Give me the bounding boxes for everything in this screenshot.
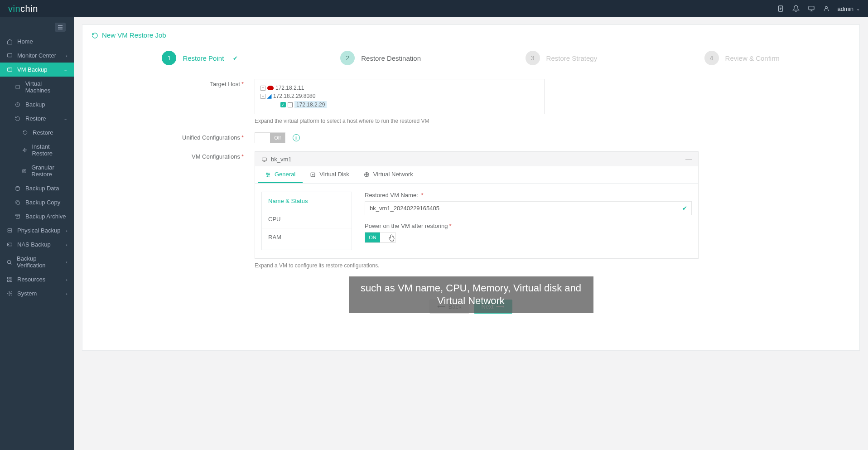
unified-config-toggle[interactable]: Off [255,132,285,143]
svg-rect-11 [8,229,12,230]
svg-point-26 [313,174,313,175]
host-tree[interactable]: + 172.18.2.11 − ◢ 172.18.2.29:8080 ✓ [255,79,545,114]
required-asterisk: * [241,153,244,160]
svg-rect-3 [7,53,12,57]
instant-restore-icon [22,148,27,153]
step-1-number: 1 [162,51,176,65]
svg-point-22 [266,173,267,174]
vm-config-hint: Expand a VM to configure its restore con… [255,262,699,269]
form-row-target-host: Target Host* + 172.18.2.11 − ◢ 172.18.2.… [110,79,832,124]
bell-icon[interactable] [792,5,800,12]
chevron-left-icon: ‹ [66,277,68,282]
sidebar-item-vmbackup[interactable]: VM Backup ⌄ [0,63,74,77]
sidebar-item-nas-backup[interactable]: NAS Backup ‹ [0,237,74,252]
form-row-vm-config: VM Configurations* bk_vm1 — [110,151,832,269]
svg-point-14 [8,244,9,245]
tree-node-1[interactable]: + 172.18.2.11 [260,84,539,92]
sidebar-subitem-virtual-machines[interactable]: Virtual Machines [0,77,74,97]
sidebar-item-backup-verification[interactable]: Backup Verification ‹ [0,252,74,272]
restored-vm-name-input[interactable] [365,201,692,215]
sidebar: Home Monitor Center ‹ VM Backup ⌄ Virtua… [0,17,74,450]
unified-config-control: Off i [255,132,699,143]
tree-node-3[interactable]: ✓ 172.18.2.29 [260,100,539,109]
sidebar-label-nas: NAS Backup [17,241,51,248]
vm-side-cpu[interactable]: CPU [262,210,352,228]
required-asterisk: * [241,81,244,87]
hamburger-icon[interactable] [55,23,66,32]
sidebar-label-system: System [17,290,37,297]
tree-node-2[interactable]: − ◢ 172.18.2.29:8080 [260,92,539,100]
home-icon [6,39,13,44]
sidebar-item-physical-backup[interactable]: Physical Backup ‹ [0,223,74,237]
top-header: vinchin admin ⌄ [0,0,868,17]
sidebar-item-resources[interactable]: Resources ‹ [0,272,74,286]
granular-restore-icon [22,169,27,174]
vm-tab-disk-label: Virtual Disk [319,171,349,178]
chevron-left-icon: ‹ [66,53,68,58]
vm-config-header[interactable]: bk_vm1 — [255,152,698,166]
sidebar-item-home[interactable]: Home [0,34,74,48]
sidebar-sublabel-backup-copy: Backup Copy [25,199,60,206]
admin-username: admin [838,5,854,12]
sidebar-subitem-backup[interactable]: Backup [0,97,74,111]
svg-rect-12 [8,231,12,232]
vm-tab-general[interactable]: General [258,166,303,183]
chevron-left-icon: ‹ [66,228,68,233]
host-icon [288,102,293,107]
svg-point-23 [269,174,270,175]
vm-tab-virtual-network[interactable]: Virtual Network [357,166,420,183]
sidebar-subitem-backup-archive[interactable]: Backup Archive [0,209,74,223]
backup-data-icon [14,186,21,191]
sidebar-item-monitor[interactable]: Monitor Center ‹ [0,48,74,63]
info-icon[interactable]: i [293,134,300,141]
chevron-down-icon: ⌄ [856,6,860,11]
vm-monitor-icon [261,155,267,162]
restored-vm-name-label-text: Restored VM Name: [365,192,418,198]
sidebar-subsubitem-granular-restore[interactable]: Granular Restore [0,160,74,181]
panel: New VM Restore Job 1 Restore Point ✔ 2 R… [82,24,860,351]
vm-side-name-status[interactable]: Name & Status [262,192,352,210]
monitor-center-icon [6,53,13,58]
chevron-left-icon: ‹ [66,291,68,296]
svg-point-15 [7,260,11,264]
vm-form: Restored VM Name: * ✔ [365,192,692,250]
monitor-icon[interactable] [808,5,815,12]
sidebar-subitem-backup-copy[interactable]: Backup Copy [0,195,74,209]
sidebar-subsubitem-restore[interactable]: Restore [0,126,74,140]
azure-icon: ◢ [267,93,271,99]
sidebar-subsublabel-instant: Instant Restore [32,143,68,157]
network-icon [364,171,370,178]
tree-expand-icon[interactable]: + [260,86,265,91]
unified-config-label: Unified Configurations* [110,132,255,143]
wizard-step-2[interactable]: 2 Restore Destination [290,51,471,65]
power-on-toggle[interactable]: ON [365,232,395,243]
user-icon [823,5,829,12]
tree-collapse-icon[interactable]: − [260,94,265,99]
vm-tab-virtual-disk[interactable]: Virtual Disk [303,166,357,183]
brand-logo: vinchin [8,4,38,14]
tree-checkbox-checked[interactable]: ✓ [280,102,286,107]
vm-side-ram[interactable]: RAM [262,228,352,246]
svg-rect-9 [17,202,19,204]
svg-point-20 [9,293,10,294]
sidebar-subitem-backup-data[interactable]: Backup Data [0,181,74,195]
collapse-icon[interactable]: — [685,155,692,163]
backup-verification-icon [6,259,12,265]
physical-backup-icon [6,227,13,233]
sidebar-subitem-restore[interactable]: Restore ⌄ [0,111,74,126]
sidebar-subsubitem-instant-restore[interactable]: Instant Restore [0,140,74,160]
step-3-label: Restore Strategy [546,54,598,62]
admin-menu[interactable]: admin ⌄ [838,5,860,12]
svg-point-2 [825,6,827,9]
wizard-steps: 1 Restore Point ✔ 2 Restore Destination … [82,45,859,76]
clipboard-icon[interactable] [777,5,784,12]
sidebar-item-system[interactable]: System ‹ [0,286,74,300]
svg-rect-25 [311,173,315,177]
required-asterisk: * [241,134,244,141]
sliders-icon [265,171,271,178]
toggle-off-label: Off [270,133,285,143]
svg-point-8 [16,186,19,188]
wizard-step-1[interactable]: 1 Restore Point ✔ [110,51,290,65]
step-4-number: 4 [704,51,719,65]
sidebar-label-vmbackup: VM Backup [17,66,47,73]
